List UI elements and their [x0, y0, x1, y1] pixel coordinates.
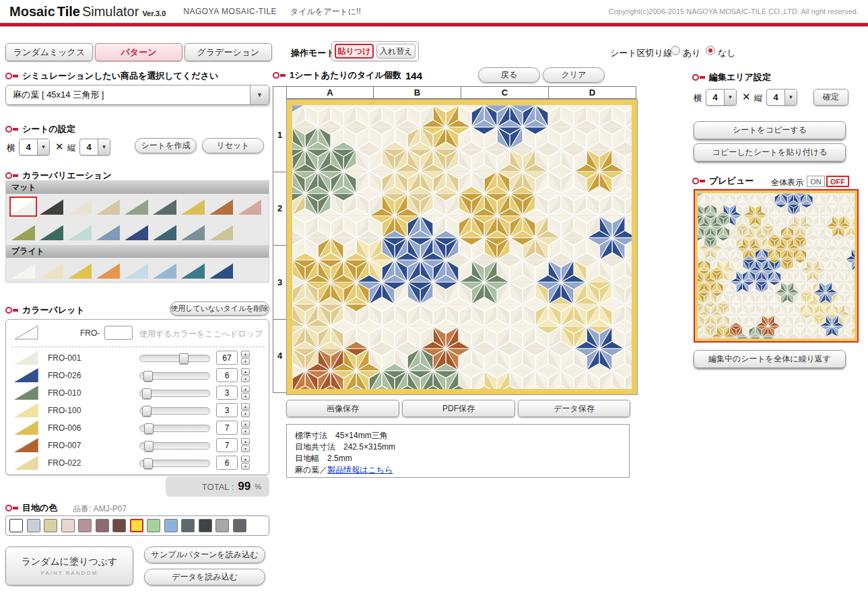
save-pdf-button[interactable]: PDF保存 [402, 400, 515, 417]
stepper-down-icon[interactable]: ▼ [241, 446, 250, 452]
ratio-slider[interactable] [139, 460, 210, 467]
whole-view-off-button[interactable]: OFF [826, 176, 849, 187]
stepper-down-icon[interactable]: ▼ [241, 428, 250, 435]
delete-unused-tiles-button[interactable]: 使用していないタイルを削除 [170, 302, 269, 316]
stepper-up-icon[interactable]: ▲ [241, 351, 250, 357]
ratio-input[interactable] [216, 351, 238, 365]
grout-swatch[interactable] [61, 519, 75, 532]
color-swatch[interactable] [209, 198, 234, 215]
divider-on-radio[interactable] [671, 46, 680, 55]
slider-thumb[interactable] [142, 388, 152, 399]
create-sheet-button[interactable]: シートを作成 [135, 138, 197, 153]
tile-color-swatch[interactable] [14, 386, 40, 400]
color-swatch[interactable] [67, 262, 92, 279]
color-swatch[interactable] [180, 223, 205, 241]
color-swatch[interactable] [152, 223, 177, 241]
ratio-slider[interactable] [139, 355, 210, 362]
load-sample-pattern-button[interactable]: サンプルパターンを読み込む [144, 546, 265, 563]
color-swatch[interactable] [237, 198, 262, 215]
edit-width-select[interactable]: 4 ▼ [706, 89, 737, 106]
dropdown-button[interactable]: ▼ [250, 85, 269, 104]
stepper-up-icon[interactable]: ▲ [241, 403, 250, 410]
reset-button[interactable]: リセット [202, 138, 264, 153]
stepper-down-icon[interactable]: ▼ [241, 463, 250, 470]
ratio-input[interactable] [216, 456, 238, 470]
divider-off-label[interactable]: なし [718, 47, 736, 59]
tab-pattern[interactable]: パターン [95, 43, 182, 61]
stepper-up-icon[interactable]: ▲ [241, 386, 250, 392]
color-swatch[interactable] [11, 262, 36, 279]
ratio-input[interactable] [216, 438, 238, 452]
grout-swatch[interactable] [215, 519, 229, 532]
color-swatch[interactable] [180, 262, 205, 279]
paste-sheet-button[interactable]: コピーしたシートを貼り付ける [694, 143, 846, 162]
sheet-width-select[interactable]: 4 ▼ [19, 139, 50, 155]
product-info-link[interactable]: 製品情報はこちら [327, 465, 393, 474]
ratio-slider[interactable] [139, 372, 210, 380]
repeat-sheet-button[interactable]: 編集中のシートを全体に繰り返す [694, 350, 846, 368]
tile-color-swatch[interactable] [14, 456, 40, 470]
color-swatch[interactable] [67, 198, 92, 215]
chevron-down-icon[interactable]: ▼ [724, 90, 736, 105]
sheet-height-select[interactable]: 4 ▼ [79, 139, 110, 155]
color-swatch[interactable] [39, 223, 64, 241]
chevron-down-icon[interactable]: ▼ [37, 139, 49, 155]
color-swatch[interactable] [152, 262, 177, 279]
grout-swatch[interactable] [78, 519, 92, 532]
color-swatch[interactable] [96, 198, 121, 215]
stepper-down-icon[interactable]: ▼ [241, 376, 250, 382]
product-select[interactable]: 麻の葉 [ 45x14 三角形 ] ▼ [5, 85, 269, 105]
ratio-input[interactable] [216, 421, 238, 435]
color-swatch[interactable] [180, 198, 205, 215]
edit-height-select[interactable]: 4 ▼ [766, 89, 797, 106]
tile-color-swatch[interactable] [14, 421, 40, 435]
tile-color-swatch[interactable] [14, 368, 40, 382]
load-data-button[interactable]: データを読み込む [144, 569, 265, 586]
color-swatch[interactable] [124, 262, 149, 279]
ratio-input[interactable] [216, 368, 238, 382]
color-swatch[interactable] [39, 198, 64, 215]
divider-off-radio[interactable] [706, 46, 715, 55]
tile-sheet-canvas[interactable] [286, 99, 638, 395]
stepper-down-icon[interactable]: ▼ [241, 358, 250, 365]
save-image-button[interactable]: 画像保存 [286, 400, 399, 417]
tile-color-swatch[interactable] [14, 351, 40, 365]
slider-thumb[interactable] [143, 458, 153, 469]
stepper-down-icon[interactable]: ▼ [241, 411, 250, 417]
color-swatch[interactable] [11, 223, 36, 241]
clear-button[interactable]: クリア [543, 67, 605, 83]
grout-swatch-selected[interactable] [130, 519, 143, 532]
whole-view-on-button[interactable]: ON [807, 176, 825, 187]
grout-swatch[interactable] [112, 519, 126, 532]
slider-thumb[interactable] [144, 423, 154, 434]
color-swatch-selected[interactable] [11, 198, 36, 215]
color-swatch[interactable] [124, 223, 149, 241]
grout-swatch[interactable] [9, 519, 23, 532]
ratio-slider[interactable] [139, 442, 210, 450]
grout-swatch[interactable] [27, 519, 40, 532]
ratio-input[interactable] [216, 403, 238, 417]
grout-swatch[interactable] [233, 519, 246, 532]
tab-gradation[interactable]: グラデーション [185, 43, 272, 61]
paint-random-button[interactable]: ランダムに塗りつぶす PAINT RANDOM [5, 546, 133, 586]
color-swatch[interactable] [67, 223, 92, 241]
slider-thumb[interactable] [144, 441, 154, 452]
color-swatch[interactable] [209, 262, 234, 279]
stepper-up-icon[interactable]: ▲ [241, 421, 250, 427]
grout-swatch[interactable] [96, 519, 109, 532]
grout-swatch[interactable] [44, 519, 57, 532]
tab-random-mix[interactable]: ランダムミックス [5, 43, 93, 61]
color-swatch[interactable] [124, 198, 149, 215]
tile-color-swatch[interactable] [14, 438, 40, 452]
ratio-slider[interactable] [139, 390, 210, 397]
stepper-up-icon[interactable]: ▲ [241, 456, 250, 462]
mode-paste-button[interactable]: 貼りつけ [335, 44, 374, 59]
grout-swatch[interactable] [164, 519, 178, 532]
ratio-slider[interactable] [139, 425, 210, 432]
stepper-up-icon[interactable]: ▲ [241, 368, 250, 375]
ratio-slider[interactable] [139, 407, 210, 415]
grout-swatch[interactable] [199, 519, 212, 532]
chevron-down-icon[interactable]: ▼ [98, 139, 110, 155]
slider-thumb[interactable] [142, 406, 152, 417]
stepper-up-icon[interactable]: ▲ [241, 438, 250, 445]
